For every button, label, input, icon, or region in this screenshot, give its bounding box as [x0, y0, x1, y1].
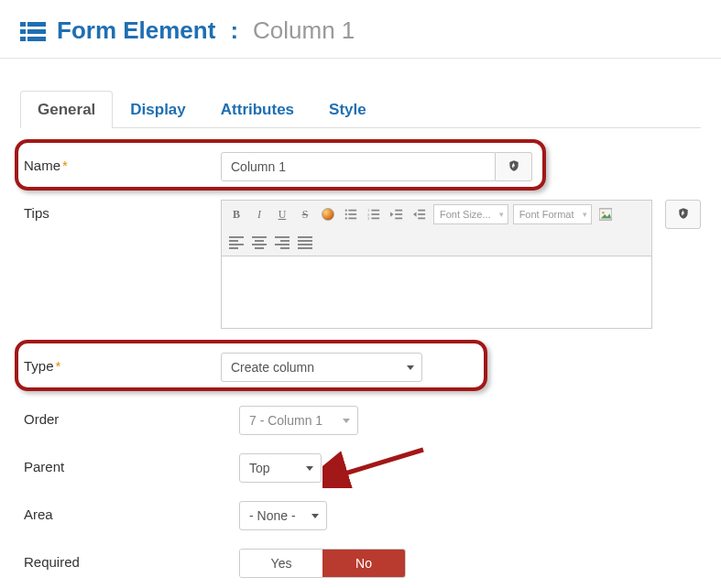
- page-header: Form Element : Column 1: [0, 0, 721, 59]
- form-area: Name* Tips B I U S: [20, 136, 701, 587]
- row-order: Order 7 - Column 1: [20, 397, 701, 444]
- svg-point-27: [602, 212, 605, 214]
- parent-select[interactable]: Top: [239, 453, 322, 483]
- order-select-value: 7 - Column 1: [249, 413, 322, 428]
- tab-attributes[interactable]: Attributes: [203, 91, 311, 128]
- bold-button[interactable]: B: [227, 205, 246, 223]
- svg-rect-11: [348, 218, 356, 220]
- tab-bar: General Display Attributes Style: [20, 90, 701, 128]
- label-type-text: Type: [24, 358, 54, 374]
- row-type: Type* Create column: [20, 343, 701, 391]
- image-button[interactable]: [596, 205, 615, 223]
- align-center-button[interactable]: [250, 234, 268, 252]
- parent-select-value: Top: [249, 461, 270, 475]
- row-required: Required Yes No: [20, 539, 701, 587]
- page-title: Form Element: [57, 16, 215, 45]
- label-name-text: Name: [24, 158, 60, 173]
- svg-rect-5: [27, 37, 46, 41]
- page-subtitle: Column 1: [253, 16, 355, 45]
- align-left-button[interactable]: [227, 234, 246, 252]
- area-select-value: - None -: [249, 508, 296, 523]
- underline-button[interactable]: U: [273, 205, 291, 223]
- tips-textarea[interactable]: [221, 256, 652, 329]
- svg-point-6: [345, 209, 347, 211]
- svg-marker-28: [600, 213, 610, 218]
- svg-rect-15: [371, 213, 379, 215]
- svg-rect-3: [27, 29, 46, 34]
- label-name: Name*: [24, 152, 221, 173]
- required-yes-button[interactable]: Yes: [240, 550, 322, 577]
- svg-rect-23: [418, 210, 425, 212]
- label-type: Type*: [24, 353, 221, 374]
- type-select[interactable]: Create column: [221, 353, 422, 382]
- svg-rect-1: [27, 22, 46, 27]
- outdent-button[interactable]: [388, 205, 406, 223]
- svg-rect-9: [348, 213, 356, 215]
- title-separator: :: [230, 16, 238, 45]
- svg-rect-19: [395, 210, 402, 212]
- tab-style[interactable]: Style: [311, 91, 384, 128]
- required-no-button[interactable]: No: [322, 550, 405, 577]
- row-tips: Tips B I U S 123: [20, 191, 701, 338]
- svg-marker-22: [413, 212, 417, 216]
- translate-icon: [508, 159, 520, 175]
- list-ol-button[interactable]: 123: [365, 205, 383, 223]
- svg-rect-20: [395, 213, 402, 215]
- required-toggle: Yes No: [239, 549, 406, 578]
- order-select[interactable]: 7 - Column 1: [239, 406, 358, 435]
- label-tips: Tips: [24, 200, 221, 221]
- svg-rect-24: [418, 213, 425, 215]
- row-parent: Parent Top: [20, 444, 701, 492]
- required-star: *: [56, 358, 61, 374]
- name-input[interactable]: [221, 152, 496, 181]
- svg-line-30: [339, 450, 423, 475]
- editor-toolbar: B I U S 123: [221, 200, 652, 256]
- italic-button[interactable]: I: [250, 205, 268, 223]
- translate-icon: [677, 207, 690, 223]
- required-star: *: [62, 158, 68, 173]
- strike-button[interactable]: S: [296, 205, 314, 223]
- indent-button[interactable]: [410, 205, 429, 223]
- svg-rect-2: [20, 29, 26, 34]
- arrow-annotation: [322, 442, 442, 488]
- tips-editor: B I U S 123: [221, 200, 652, 329]
- row-name: Name*: [20, 143, 701, 191]
- font-size-select[interactable]: Font Size...: [433, 204, 508, 224]
- tab-display[interactable]: Display: [113, 91, 202, 128]
- svg-rect-17: [371, 218, 379, 220]
- label-required: Required: [24, 549, 221, 570]
- color-icon: [322, 208, 334, 221]
- tab-general[interactable]: General: [20, 91, 113, 128]
- label-order: Order: [24, 406, 221, 427]
- svg-point-10: [345, 217, 347, 219]
- color-button[interactable]: [319, 205, 337, 223]
- tips-translate-button[interactable]: [665, 200, 701, 229]
- translate-button[interactable]: [496, 152, 532, 181]
- svg-point-8: [345, 213, 347, 215]
- list-icon: [20, 20, 46, 42]
- label-parent: Parent: [24, 453, 221, 474]
- area-select[interactable]: - None -: [239, 501, 327, 530]
- list-ul-button[interactable]: [342, 205, 360, 223]
- svg-rect-21: [395, 218, 402, 220]
- svg-rect-13: [371, 210, 379, 212]
- label-area: Area: [24, 501, 221, 522]
- row-area: Area - None -: [20, 492, 701, 539]
- svg-rect-0: [20, 22, 26, 27]
- svg-marker-18: [390, 212, 394, 216]
- type-select-value: Create column: [231, 360, 314, 375]
- align-right-button[interactable]: [273, 234, 291, 252]
- svg-rect-4: [20, 37, 26, 41]
- svg-text:3: 3: [367, 216, 370, 221]
- form-body: General Display Attributes Style Name* T…: [0, 59, 721, 587]
- align-justify-button[interactable]: [296, 234, 314, 252]
- svg-rect-7: [348, 210, 356, 212]
- svg-rect-25: [418, 218, 425, 220]
- font-format-select[interactable]: Font Format: [513, 204, 592, 224]
